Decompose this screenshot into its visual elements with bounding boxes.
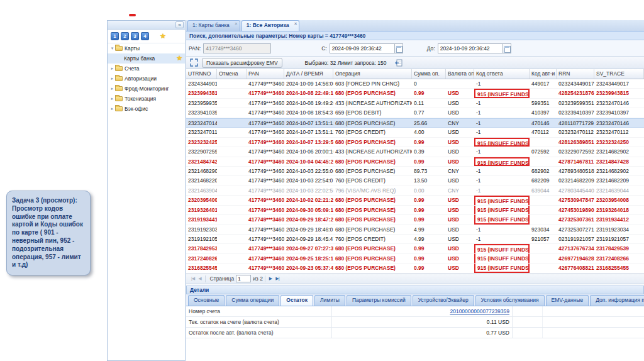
tree-expander-icon[interactable]: ▾ [109, 46, 115, 51]
sidebar-tree: ▾КартыКарты банка★▸Счета▸Авторизации▸Фро… [108, 43, 185, 114]
table-cell: 2024-10-04 04:45:28 [284, 157, 333, 166]
table-row[interactable]: 23232470146417749***34602024-10-07 13:51… [186, 118, 644, 128]
folder-icon [115, 86, 123, 91]
export-columns-icon[interactable] [394, 58, 404, 68]
details-filler-cell [513, 306, 543, 316]
table-cell: 23239943815 [186, 89, 217, 97]
tree-expander-icon[interactable]: ▸ [109, 106, 115, 111]
details-value-text: 0.11 USD [487, 319, 509, 325]
favorites-star-icon[interactable]: ★ [160, 33, 166, 40]
column-header-4[interactable]: Операция [333, 69, 412, 79]
table-row[interactable]: 23232470112417749***34602024-10-07 13:51… [186, 128, 644, 137]
column-header-3[interactable]: ДАТА / ВРЕМЯ [284, 69, 333, 79]
details-title[interactable]: Детали [186, 286, 644, 294]
sidebar-item-bek-ofis[interactable]: ▸Бэк-офис [108, 104, 185, 114]
column-header-1[interactable]: Отмена [217, 69, 247, 79]
table-row[interactable]: 23214639044417749***34602024-10-03 22:02… [186, 186, 644, 196]
table-cell: USD [446, 206, 474, 214]
table-cell: 2024-10-07 13:51:11 [284, 128, 333, 136]
table-row[interactable]: 23239410397417749***34602024-10-08 18:54… [186, 108, 644, 118]
details-tab-0[interactable]: Основные [188, 295, 225, 306]
table-row[interactable]: 23172408266417749***34602024-09-25 18:25… [186, 254, 644, 264]
table-row[interactable]: 23239599351417749***34602024-10-08 19:49… [186, 99, 644, 108]
column-header-8[interactable]: Код авт-и [530, 69, 557, 79]
tree-expander-icon[interactable]: ▸ [109, 96, 115, 101]
table-cell: 23193264018 [186, 206, 217, 214]
sidebar-item-frod-monitoring[interactable]: ▸Фрод-Мониторинг [108, 84, 185, 94]
column-header-5[interactable]: Сумма оп. [412, 69, 446, 79]
table-row[interactable]: 23239943815417749***34602024-10-08 22:49… [186, 89, 644, 98]
table-row[interactable]: 23214682902417749***34602024-10-03 22:55… [186, 167, 644, 176]
sidebar-page-button[interactable]: 4 [141, 32, 149, 40]
sidebar-collapse-button[interactable]: « [175, 21, 184, 28]
details-tab-3[interactable]: Лимиты [314, 295, 345, 306]
table-row[interactable]: 23191934412417749***34602024-09-29 18:47… [186, 215, 644, 225]
tab-close-icon[interactable]: × [235, 21, 238, 26]
tab-0[interactable]: 1: Карты банка× [187, 20, 240, 31]
date-from-input[interactable]: 2024-09-09 20:36:42 [330, 43, 395, 53]
table-cell: 072592 [530, 147, 557, 156]
tree-expander-icon[interactable]: ▸ [109, 86, 115, 91]
sidebar-item-tokenizaciya[interactable]: ▸Токенизация [108, 94, 185, 104]
main-panel: 1: Карты банка×1: Все Авториза× Поиск, д… [186, 20, 644, 361]
table-row[interactable]: 23229072592417749***34602024-10-06 20:00… [186, 147, 644, 157]
sidebar-item-karty-banka[interactable]: Карты банка★ [108, 53, 185, 64]
table-row[interactable]: 23214847428417749***34602024-10-04 04:45… [186, 157, 644, 167]
calendar-icon[interactable] [503, 43, 511, 53]
page-last-icon[interactable]: ▶| [275, 276, 279, 281]
details-field-label: Тек. остаток на счете (валюта счета) [186, 317, 332, 327]
table-row[interactable]: 23214682209417749***34602024-10-03 22:54… [186, 176, 644, 186]
pan-input[interactable]: 417749***3460 [203, 43, 271, 53]
tab-close-icon[interactable]: × [294, 21, 297, 26]
page-first-icon[interactable]: |◀ [191, 276, 194, 281]
page-prev-icon[interactable]: ◀ [198, 276, 201, 281]
page-next-icon[interactable]: ▶ [269, 276, 272, 281]
tree-expander-icon[interactable]: ▸ [109, 76, 115, 81]
column-header-0[interactable]: UTRNNO [186, 69, 217, 79]
column-header-6[interactable]: Валюта оп. [446, 69, 474, 79]
details-tab-1[interactable]: Сумма операции [226, 295, 279, 306]
table-row[interactable]: 23191923034417749***34602024-09-29 18:46… [186, 225, 644, 235]
sidebar-item-karty[interactable]: ▾Карты [108, 43, 185, 53]
table-row[interactable]: 23168255455417749***34602024-09-23 05:37… [186, 264, 644, 273]
table-row[interactable]: 23232324250417749***34602024-10-07 13:29… [186, 138, 644, 147]
table-cell [217, 206, 247, 214]
table-cell: 0.11 [412, 99, 446, 108]
sidebar-page-button[interactable]: 1 [111, 32, 119, 40]
table-cell: 2024-09-29 18:46:01 [284, 225, 333, 234]
page-number-input[interactable] [236, 275, 251, 282]
sidebar-item-avtorizacii[interactable]: ▸Авторизации [108, 74, 185, 84]
table-cell: 680 (EPOS PURCHASE) [333, 196, 412, 204]
table-row[interactable]: 23203954008417749***34602024-10-02 02:21… [186, 196, 644, 205]
column-header-2[interactable]: PAN [247, 69, 284, 79]
show-emv-button[interactable]: Показать расшифровку EMV [202, 58, 282, 68]
sidebar-page-button[interactable]: 3 [131, 32, 139, 40]
details-tab-4[interactable]: Параметры комиссий [347, 295, 411, 306]
account-number-link[interactable]: 20100000000077239359 [450, 308, 509, 314]
calendar-icon[interactable] [395, 43, 403, 53]
tab-1[interactable]: 1: Все Авториза× [242, 20, 300, 31]
details-tab-8[interactable]: Доп. информация по переводам [590, 295, 644, 306]
table-cell: 682209 [530, 176, 557, 185]
table-row[interactable]: 23243449017417749***34602024-10-09 14:56… [186, 79, 644, 89]
details-tab-2[interactable]: Остаток [280, 295, 313, 306]
table-cell: 23214847428 [594, 157, 644, 166]
favorite-star-icon[interactable]: ★ [176, 55, 182, 62]
column-header-7[interactable]: Код ответа [474, 69, 530, 79]
column-header-9[interactable]: RRN [557, 69, 594, 79]
table-row[interactable]: 23191921057417749***34602024-09-29 18:45… [186, 235, 644, 244]
sidebar-pager: 1234★ [108, 30, 185, 43]
details-tab-5[interactable]: Устройство/Эквайер [413, 295, 474, 306]
table-row[interactable]: 23193264018417749***34602024-09-30 05:09… [186, 206, 644, 215]
details-tab-7[interactable]: EMV-данные [546, 295, 589, 306]
sidebar-item-scheta[interactable]: ▸Счета [108, 64, 185, 74]
date-to-input[interactable]: 2024-10-09 20:36:42 [438, 43, 503, 53]
column-header-10[interactable]: SV_TRACE [594, 69, 644, 79]
sidebar-page-button[interactable]: 2 [121, 32, 129, 40]
table-row[interactable]: 23178429539417749***34602024-09-27 07:27… [186, 244, 644, 253]
details-tab-6[interactable]: Условия обслуживания [475, 295, 545, 306]
sidebar-header: « [108, 21, 185, 30]
table-cell [217, 89, 247, 97]
maximize-icon[interactable] [189, 58, 199, 68]
tree-expander-icon[interactable]: ▸ [109, 66, 115, 71]
